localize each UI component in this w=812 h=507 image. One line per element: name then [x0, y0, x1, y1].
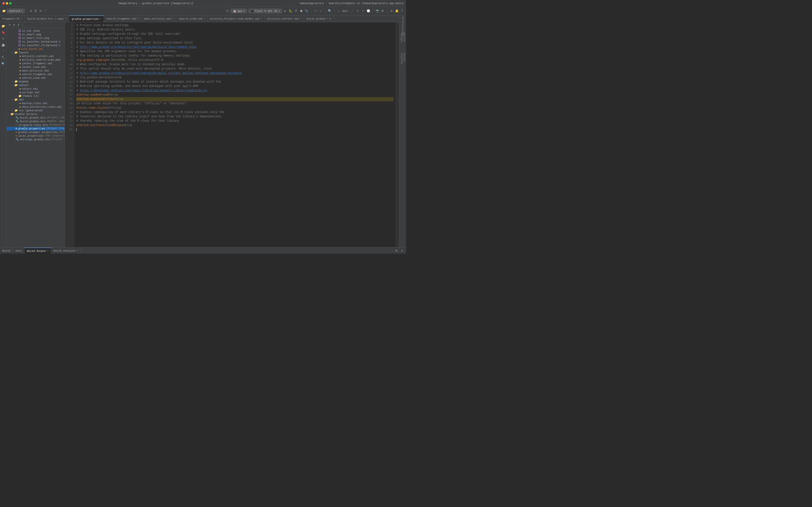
search-button[interactable]: 🔍 — [328, 9, 332, 13]
bottom-tab-build-output[interactable]: Build Output × — [24, 247, 51, 253]
tab-search-fragment[interactable]: search_fragment.xml × — [104, 15, 142, 22]
tree-item-xml[interactable]: ▾ 📂 xml — [7, 98, 64, 101]
tree-item-locker-item[interactable]: ◈ locker_item.xml — [7, 65, 64, 69]
sidebar-settings-icon[interactable]: ⚙ — [16, 23, 20, 27]
tree-item-gradle-scripts[interactable]: ▾ 📂 Gradle Scripts — [7, 112, 64, 116]
left-icon-project[interactable]: 📁 — [0, 23, 6, 29]
tab-close-search-item[interactable]: × — [203, 17, 205, 20]
help-icon[interactable]: ? — [400, 9, 404, 13]
checkmark-icon[interactable]: ✓ — [350, 9, 354, 13]
tab-close-build-gradle-old[interactable]: × — [326, 17, 328, 20]
sidebar-collapse-icon[interactable]: ⊟ — [12, 23, 16, 27]
tree-item-values[interactable]: ▾ 📂 values — [7, 83, 64, 87]
tab-search-item[interactable]: search_item.xml × — [176, 15, 208, 22]
tree-item-search-item[interactable]: ◈ search_item.xml — [7, 76, 64, 80]
run-button[interactable]: ▶ — [284, 9, 287, 13]
profile-button[interactable]: ⏱ — [294, 9, 298, 13]
settings-icon[interactable]: ⚙ — [29, 9, 33, 13]
device-manager-panel[interactable]: Device Manager — [400, 35, 406, 41]
tree-item-main-activity[interactable]: ◈ main_activity.xml — [7, 69, 64, 72]
tree-item-locker-fragment[interactable]: ◈ locker_fragment.xml — [7, 62, 64, 65]
tab-build-gradle[interactable]: build.gradle × ≫ — [304, 15, 334, 22]
tree-item-gradle-properties[interactable]: ⚙ gradle.properties (Project Prope — [7, 127, 64, 130]
tree-item-activity-content[interactable]: ◈ activity_content.xml — [7, 54, 64, 58]
tree-item-build-gradle-module[interactable]: 🔧 build.gradle.kts (Module :app) — [7, 119, 64, 123]
tree-item-data-extraction[interactable]: ◈ data_extraction_rules.xml — [7, 105, 64, 109]
tree-item-gradle-wrapper[interactable]: ⚙ gradle-wrapper.properties (Grad — [7, 130, 64, 134]
tab-close-gradle-props[interactable]: × — [100, 18, 101, 20]
project-dropdown[interactable]: Android ▾ — [7, 9, 25, 13]
tab-close-search-fragment[interactable]: × — [138, 17, 139, 20]
tree-item-ic-cat[interactable]: 🖼 ic_cat.jpeg — [7, 29, 64, 33]
tab-gradle-properties[interactable]: gradle.properties × — [69, 15, 104, 22]
window-min-btn[interactable] — [6, 2, 8, 5]
bottom-tab-build-analyzer-close[interactable]: × — [77, 249, 78, 252]
left-icon-android[interactable]: 🤖 — [0, 42, 6, 48]
more-icon[interactable]: ⋮ — [44, 9, 47, 13]
run-config-dropdown[interactable]: 🤖 app ▾ — [231, 9, 247, 13]
window-close-btn[interactable] — [2, 2, 5, 5]
tree-item-colors[interactable]: ◈ colors.xml — [7, 87, 64, 91]
tab-activity-project-view[interactable]: activity_Project-view-model.xml × — [208, 15, 265, 22]
tree-item-local-properties[interactable]: ⚙ local.properties (SDK Location) — [7, 134, 64, 137]
git-pull-icon[interactable]: ⬇ — [361, 9, 365, 13]
code-editor[interactable]: # Project-wide Gradle settings. # IDE (e… — [74, 22, 395, 247]
sidebar-more-icon[interactable]: ⋮ — [21, 23, 24, 27]
tree-item-ic-heart-fill[interactable]: 🖼 ic_heart_fill.png — [7, 36, 64, 40]
tab-close-activity-content[interactable]: × — [300, 17, 301, 20]
left-icon-search[interactable]: 🔍 — [0, 61, 6, 67]
tree-item-icon-block[interactable]: ◈ icon_block.xml — [7, 47, 64, 51]
git-history-icon[interactable]: 🕐 — [366, 9, 370, 13]
tree-item-themes[interactable]: ▸ 📁 themes (2) — [7, 94, 64, 98]
tree-item-layout-folder[interactable]: ▾ 📂 layout — [7, 51, 64, 54]
tab-main-activity[interactable]: main_activity.xml × — [142, 15, 176, 22]
device-dropdown[interactable]: 📱 Pixel 5 API 30 ▾ — [248, 9, 282, 13]
bottom-settings-icon[interactable]: ⚙ — [394, 249, 398, 253]
tree-item-search-fragment[interactable]: ◈ search_fragment.xml — [7, 72, 64, 76]
tree-item-ic-heart[interactable]: 🖼 ic_heart.png — [7, 33, 64, 36]
camera-icon[interactable]: 📷 — [375, 9, 379, 13]
left-icon-bookmark[interactable]: 🔖 — [0, 30, 6, 35]
collapse-icon[interactable]: ⊟ — [39, 9, 43, 13]
tab-close-fragment[interactable]: × — [21, 17, 22, 20]
git-push-icon[interactable]: ⬆ — [356, 9, 360, 13]
notifications-icon[interactable]: 🔔 — [395, 9, 399, 13]
settings-right-icon[interactable]: ⚙ — [390, 9, 394, 13]
tree-item-settings-gradle[interactable]: 🔧 settings.gradle.kts (Project Setti — [7, 137, 64, 141]
bottom-tab-build[interactable]: Build — [0, 247, 13, 253]
left-icon-build[interactable]: 🔨 — [0, 55, 6, 60]
bottom-tab-build-analyzer[interactable]: Build Analyzer × — [51, 247, 81, 253]
layout-icon[interactable]: ⊞ — [380, 9, 385, 13]
attach-button[interactable]: 📎 — [305, 9, 309, 13]
left-icon-git[interactable]: ⑃ — [0, 48, 6, 54]
tab-close-activity-project[interactable]: × — [260, 17, 262, 20]
tab-fragment-kt[interactable]: Fragment.kt × — [0, 15, 25, 22]
left-icon-structure[interactable]: ⊞ — [0, 36, 6, 42]
undo-button[interactable]: ↩ — [314, 9, 317, 13]
tree-item-ic-launcher-bg[interactable]: 🖼 ic_launcher_background.x — [7, 40, 64, 44]
tab-more-icon[interactable]: ≫ — [329, 17, 331, 20]
tree-item-activity-search[interactable]: ◈ activity_search_view_mod — [7, 58, 64, 62]
device-explorer-panel[interactable]: Device Explorer — [400, 56, 406, 62]
tree-item-mipmap[interactable]: ▸ 📁 mipmap — [7, 80, 64, 83]
list-icon[interactable]: ☰ — [34, 9, 38, 13]
tree-item-res-generated[interactable]: ▸ 📁 res (generated) — [7, 109, 64, 112]
window-max-btn[interactable] — [9, 2, 12, 5]
bottom-close-icon[interactable]: ✕ — [400, 249, 404, 253]
tab-build-gradle-kts[interactable]: build.gradle.kts (:app) × — [25, 15, 69, 22]
bottom-tab-sync[interactable]: Sync — [13, 247, 24, 253]
notif-icon-1[interactable]: Notifications — [400, 23, 406, 29]
tree-item-proguard[interactable]: 🛡 proguard-rules.pro (ProGuard R — [7, 123, 64, 127]
debug-button[interactable]: 🐛 — [289, 9, 293, 13]
tree-item-ic-launcher-fg[interactable]: 🖼 ic_launcher_foreground.x — [7, 44, 64, 47]
sync-icon[interactable]: ⟳ — [225, 9, 230, 13]
bottom-tab-build-output-close[interactable]: × — [47, 249, 49, 252]
tab-activity-content[interactable]: activity_content.xml × — [265, 15, 304, 22]
redo-button[interactable]: ↪ — [319, 9, 323, 13]
tree-item-build-gradle-project[interactable]: 🔧 build.gradle.kts (Project: ImageL — [7, 116, 64, 119]
stop-button[interactable]: ⏹ — [299, 9, 303, 13]
tree-item-strings[interactable]: ◈ strings.xml — [7, 91, 64, 94]
tab-close-main-activity[interactable]: × — [172, 17, 173, 20]
tree-item-backup-rules[interactable]: ◈ backup_rules.xml — [7, 101, 64, 105]
tab-close-build-gradle[interactable]: × — [65, 17, 66, 20]
